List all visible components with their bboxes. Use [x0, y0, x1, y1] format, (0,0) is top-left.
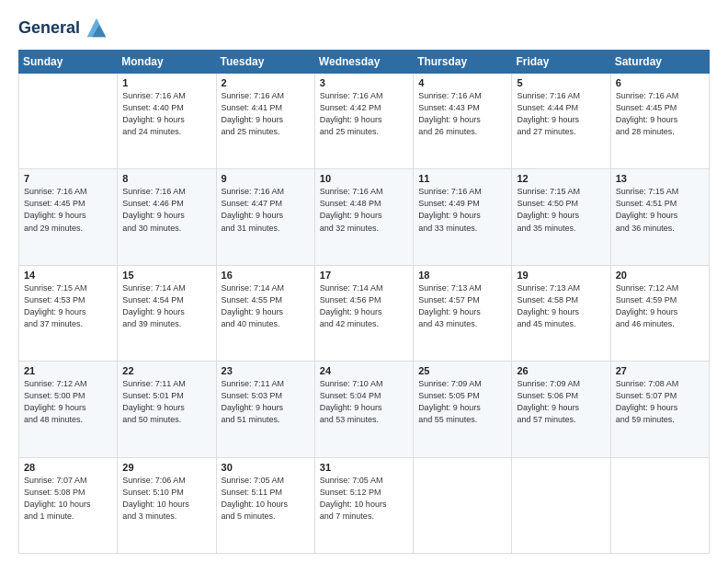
calendar-week-row: 14Sunrise: 7:15 AM Sunset: 4:53 PM Dayli… [19, 265, 710, 361]
calendar-cell [512, 457, 610, 553]
cell-content: Sunrise: 7:11 AM Sunset: 5:01 PM Dayligh… [122, 378, 210, 426]
calendar-day-header: Monday [118, 51, 216, 74]
calendar-day-header: Wednesday [314, 51, 413, 74]
day-number: 29 [122, 462, 210, 473]
calendar-cell: 19Sunrise: 7:13 AM Sunset: 4:58 PM Dayli… [512, 265, 610, 361]
cell-content: Sunrise: 7:09 AM Sunset: 5:06 PM Dayligh… [517, 378, 605, 426]
calendar-cell: 30Sunrise: 7:05 AM Sunset: 5:11 PM Dayli… [216, 457, 314, 553]
day-number: 21 [24, 365, 112, 376]
calendar-table: SundayMondayTuesdayWednesdayThursdayFrid… [18, 50, 710, 554]
day-number: 19 [517, 270, 605, 281]
calendar-cell: 29Sunrise: 7:06 AM Sunset: 5:10 PM Dayli… [118, 457, 216, 553]
day-number: 30 [222, 462, 310, 473]
day-number: 1 [122, 77, 210, 88]
day-number: 22 [122, 365, 210, 376]
day-number: 27 [616, 365, 704, 376]
calendar-cell: 7Sunrise: 7:16 AM Sunset: 4:45 PM Daylig… [19, 169, 118, 265]
logo-text: General [18, 19, 80, 38]
calendar-week-row: 7Sunrise: 7:16 AM Sunset: 4:45 PM Daylig… [19, 169, 710, 265]
day-number: 9 [222, 173, 310, 184]
day-number: 13 [616, 173, 704, 184]
cell-content: Sunrise: 7:07 AM Sunset: 5:08 PM Dayligh… [24, 475, 112, 523]
calendar-cell: 11Sunrise: 7:16 AM Sunset: 4:49 PM Dayli… [414, 169, 512, 265]
calendar-cell: 18Sunrise: 7:13 AM Sunset: 4:57 PM Dayli… [414, 265, 512, 361]
calendar-day-header: Friday [512, 51, 610, 74]
cell-content: Sunrise: 7:16 AM Sunset: 4:45 PM Dayligh… [24, 186, 112, 234]
day-number: 23 [222, 365, 310, 376]
day-number: 18 [418, 270, 506, 281]
calendar-cell: 10Sunrise: 7:16 AM Sunset: 4:48 PM Dayli… [314, 169, 413, 265]
calendar-week-row: 28Sunrise: 7:07 AM Sunset: 5:08 PM Dayli… [19, 457, 710, 553]
cell-content: Sunrise: 7:12 AM Sunset: 4:59 PM Dayligh… [616, 282, 704, 330]
day-number: 25 [418, 365, 506, 376]
logo-icon [84, 15, 109, 40]
cell-content: Sunrise: 7:06 AM Sunset: 5:10 PM Dayligh… [122, 475, 210, 523]
calendar-cell: 12Sunrise: 7:15 AM Sunset: 4:50 PM Dayli… [512, 169, 610, 265]
day-number: 24 [320, 365, 408, 376]
calendar-cell: 24Sunrise: 7:10 AM Sunset: 5:04 PM Dayli… [314, 362, 413, 457]
calendar-cell: 20Sunrise: 7:12 AM Sunset: 4:59 PM Dayli… [610, 265, 709, 361]
day-number: 28 [24, 462, 112, 473]
calendar-day-header: Thursday [414, 51, 512, 74]
cell-content: Sunrise: 7:08 AM Sunset: 5:07 PM Dayligh… [616, 378, 704, 426]
cell-content: Sunrise: 7:16 AM Sunset: 4:47 PM Dayligh… [222, 186, 310, 234]
calendar-cell: 21Sunrise: 7:12 AM Sunset: 5:00 PM Dayli… [19, 362, 118, 457]
cell-content: Sunrise: 7:11 AM Sunset: 5:03 PM Dayligh… [222, 378, 310, 426]
cell-content: Sunrise: 7:16 AM Sunset: 4:48 PM Dayligh… [320, 186, 408, 234]
day-number: 4 [418, 77, 506, 88]
calendar-cell: 31Sunrise: 7:05 AM Sunset: 5:12 PM Dayli… [314, 457, 413, 553]
cell-content: Sunrise: 7:16 AM Sunset: 4:44 PM Dayligh… [517, 90, 605, 138]
cell-content: Sunrise: 7:14 AM Sunset: 4:56 PM Dayligh… [320, 282, 408, 330]
logo: General [18, 17, 109, 40]
cell-content: Sunrise: 7:13 AM Sunset: 4:57 PM Dayligh… [418, 282, 506, 330]
calendar-cell: 2Sunrise: 7:16 AM Sunset: 4:41 PM Daylig… [216, 74, 314, 169]
day-number: 26 [517, 365, 605, 376]
calendar-cell: 23Sunrise: 7:11 AM Sunset: 5:03 PM Dayli… [216, 362, 314, 457]
cell-content: Sunrise: 7:15 AM Sunset: 4:53 PM Dayligh… [24, 282, 112, 330]
day-number: 16 [222, 270, 310, 281]
calendar-week-row: 1Sunrise: 7:16 AM Sunset: 4:40 PM Daylig… [19, 74, 710, 169]
cell-content: Sunrise: 7:14 AM Sunset: 4:55 PM Dayligh… [222, 282, 310, 330]
day-number: 15 [122, 270, 210, 281]
calendar-day-header: Tuesday [216, 51, 314, 74]
day-number: 20 [616, 270, 704, 281]
calendar-cell: 16Sunrise: 7:14 AM Sunset: 4:55 PM Dayli… [216, 265, 314, 361]
calendar-cell: 15Sunrise: 7:14 AM Sunset: 4:54 PM Dayli… [118, 265, 216, 361]
header: General [18, 17, 710, 40]
calendar-cell [414, 457, 512, 553]
cell-content: Sunrise: 7:12 AM Sunset: 5:00 PM Dayligh… [24, 378, 112, 426]
day-number: 8 [122, 173, 210, 184]
calendar-header-row: SundayMondayTuesdayWednesdayThursdayFrid… [19, 51, 710, 74]
cell-content: Sunrise: 7:14 AM Sunset: 4:54 PM Dayligh… [122, 282, 210, 330]
cell-content: Sunrise: 7:16 AM Sunset: 4:43 PM Dayligh… [418, 90, 506, 138]
calendar-day-header: Saturday [610, 51, 709, 74]
cell-content: Sunrise: 7:16 AM Sunset: 4:49 PM Dayligh… [418, 186, 506, 234]
day-number: 11 [418, 173, 506, 184]
calendar-day-header: Sunday [19, 51, 118, 74]
calendar-cell: 26Sunrise: 7:09 AM Sunset: 5:06 PM Dayli… [512, 362, 610, 457]
day-number: 14 [24, 270, 112, 281]
page: General SundayMondayTuesdayWednesdayThur… [0, 0, 728, 563]
cell-content: Sunrise: 7:15 AM Sunset: 4:51 PM Dayligh… [616, 186, 704, 234]
calendar-cell: 17Sunrise: 7:14 AM Sunset: 4:56 PM Dayli… [314, 265, 413, 361]
day-number: 17 [320, 270, 408, 281]
day-number: 10 [320, 173, 408, 184]
cell-content: Sunrise: 7:16 AM Sunset: 4:42 PM Dayligh… [320, 90, 408, 138]
cell-content: Sunrise: 7:15 AM Sunset: 4:50 PM Dayligh… [517, 186, 605, 234]
cell-content: Sunrise: 7:05 AM Sunset: 5:12 PM Dayligh… [320, 475, 408, 523]
cell-content: Sunrise: 7:16 AM Sunset: 4:45 PM Dayligh… [616, 90, 704, 138]
calendar-cell: 1Sunrise: 7:16 AM Sunset: 4:40 PM Daylig… [118, 74, 216, 169]
calendar-week-row: 21Sunrise: 7:12 AM Sunset: 5:00 PM Dayli… [19, 362, 710, 457]
calendar-cell: 6Sunrise: 7:16 AM Sunset: 4:45 PM Daylig… [610, 74, 709, 169]
calendar-cell: 28Sunrise: 7:07 AM Sunset: 5:08 PM Dayli… [19, 457, 118, 553]
day-number: 12 [517, 173, 605, 184]
calendar-cell: 4Sunrise: 7:16 AM Sunset: 4:43 PM Daylig… [414, 74, 512, 169]
calendar-cell: 3Sunrise: 7:16 AM Sunset: 4:42 PM Daylig… [314, 74, 413, 169]
calendar-cell: 8Sunrise: 7:16 AM Sunset: 4:46 PM Daylig… [118, 169, 216, 265]
day-number: 31 [320, 462, 408, 473]
calendar-cell [610, 457, 709, 553]
calendar-cell: 5Sunrise: 7:16 AM Sunset: 4:44 PM Daylig… [512, 74, 610, 169]
cell-content: Sunrise: 7:10 AM Sunset: 5:04 PM Dayligh… [320, 378, 408, 426]
day-number: 3 [320, 77, 408, 88]
calendar-cell: 13Sunrise: 7:15 AM Sunset: 4:51 PM Dayli… [610, 169, 709, 265]
